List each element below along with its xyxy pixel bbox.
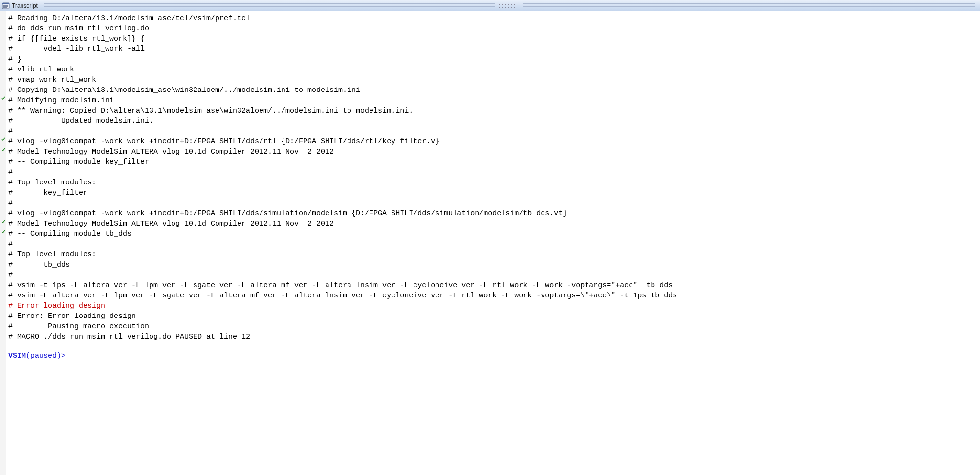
transcript-panel: Transcript # Reading D:/altera/13.1/mode…	[0, 0, 980, 475]
transcript-line: #	[8, 167, 977, 178]
svg-rect-1	[2, 3, 9, 4]
transcript-line: # vsim -L altera_ver -L lpm_ver -L sgate…	[8, 291, 977, 301]
transcript-line: #	[8, 198, 977, 208]
titlebar-rule-right	[523, 3, 975, 8]
transcript-line: # Top level modules:	[8, 249, 977, 260]
transcript-line: # if {[file exists rtl_work]} {	[8, 34, 977, 44]
transcript-line: # Error loading design	[8, 301, 977, 311]
gutter	[0, 11, 6, 475]
transcript-line: # Model Technology ModelSim ALTERA vlog …	[8, 219, 977, 229]
transcript-line: # vlib rtl_work	[8, 65, 977, 75]
transcript-line: # -- Compiling module tb_dds	[8, 229, 977, 239]
transcript-line: # vdel -lib rtl_work -all	[8, 44, 977, 54]
transcript-line: #	[8, 126, 977, 136]
transcript-line: # Copying D:\altera\13.1\modelsim_ase\wi…	[8, 85, 977, 95]
svg-rect-3	[3, 6, 8, 7]
transcript-line: # vmap work rtl_work	[8, 75, 977, 85]
gutter-check-icon	[1, 96, 5, 100]
command-prompt[interactable]: VSIM(paused)>	[8, 342, 977, 361]
transcript-output[interactable]: # Reading D:/altera/13.1/modelsim_ase/tc…	[6, 11, 980, 475]
transcript-line: # ** Warning: Copied D:\altera\13.1\mode…	[8, 106, 977, 116]
transcript-line: #	[8, 239, 977, 249]
transcript-line: # Top level modules:	[8, 178, 977, 188]
transcript-line: # Pausing macro execution	[8, 321, 977, 332]
transcript-line: # vsim -t 1ps -L altera_ver -L lpm_ver -…	[8, 280, 977, 291]
transcript-icon	[2, 2, 10, 10]
titlebar[interactable]: Transcript	[0, 0, 980, 11]
transcript-line: # Model Technology ModelSim ALTERA vlog …	[8, 147, 977, 157]
transcript-line: #	[8, 270, 977, 280]
titlebar-grip[interactable]	[498, 3, 518, 9]
transcript-line: # -- Compiling module key_filter	[8, 157, 977, 167]
transcript-line: # do dds_run_msim_rtl_verilog.do	[8, 23, 977, 34]
gutter-check-icon	[1, 230, 5, 234]
gutter-check-icon	[1, 137, 5, 141]
titlebar-title: Transcript	[12, 2, 38, 9]
transcript-line: # Modifying modelsim.ini	[8, 95, 977, 106]
transcript-line: # }	[8, 54, 977, 65]
transcript-line: # Updated modelsim.ini.	[8, 116, 977, 126]
gutter-check-icon	[1, 220, 5, 224]
svg-rect-4	[3, 7, 7, 8]
transcript-line: # Reading D:/altera/13.1/modelsim_ase/tc…	[8, 13, 977, 23]
transcript-line: # MACRO ./dds_run_msim_rtl_verilog.do PA…	[8, 332, 977, 342]
titlebar-rule-left	[44, 3, 495, 8]
transcript-line: # Error: Error loading design	[8, 311, 977, 321]
transcript-line: # vlog -vlog01compat -work work +incdir+…	[8, 208, 977, 219]
transcript-line: # tb_dds	[8, 260, 977, 270]
gutter-check-icon	[1, 148, 5, 152]
transcript-line: # vlog -vlog01compat -work work +incdir+…	[8, 136, 977, 147]
content-area: # Reading D:/altera/13.1/modelsim_ase/tc…	[0, 11, 980, 475]
transcript-line: # key_filter	[8, 188, 977, 198]
svg-rect-2	[3, 5, 8, 6]
